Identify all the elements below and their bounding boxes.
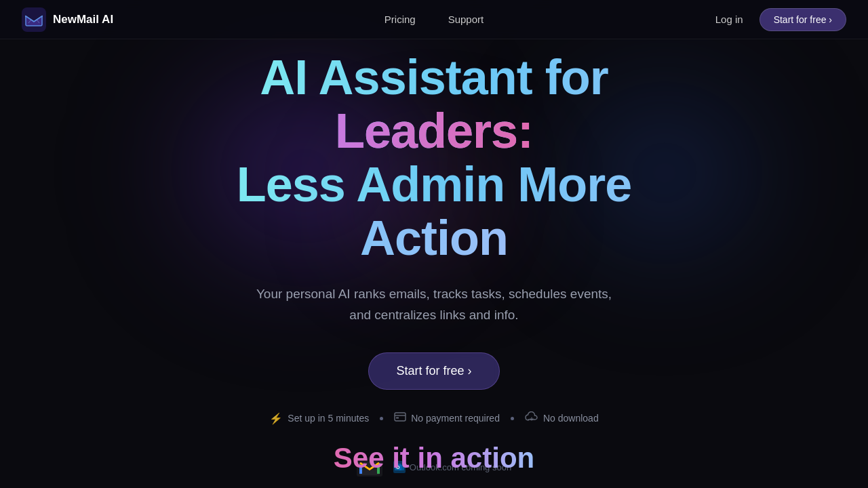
svg-rect-3 bbox=[396, 418, 399, 419]
logo-area[interactable]: NewMail AI bbox=[22, 7, 113, 32]
badge-dot-1 bbox=[380, 417, 383, 420]
nav-start-free-button[interactable]: Start for free › bbox=[760, 8, 846, 31]
brand-name: NewMail AI bbox=[53, 13, 113, 26]
hero-title-line1: AI Assistant for Leaders: bbox=[260, 50, 608, 158]
hero-subtitle: Your personal AI ranks emails, tracks ta… bbox=[244, 284, 624, 325]
nav-links: Pricing Support bbox=[384, 14, 484, 25]
badge-download-text: No download bbox=[543, 413, 599, 424]
nav-support[interactable]: Support bbox=[448, 14, 484, 25]
nav-actions: Log in Start for free › bbox=[715, 8, 846, 31]
see-in-action: See it in action bbox=[334, 442, 534, 474]
navbar: NewMail AI Pricing Support Log in Start … bbox=[0, 0, 868, 39]
badge-setup: ⚡ Set up in 5 minutes bbox=[269, 412, 369, 425]
badge-setup-text: Set up in 5 minutes bbox=[288, 413, 369, 424]
hero-section: AI Assistant for Leaders: Less Admin Mor… bbox=[0, 0, 868, 488]
hero-title: AI Assistant for Leaders: Less Admin Mor… bbox=[163, 51, 705, 266]
card-icon bbox=[394, 412, 406, 424]
svg-rect-1 bbox=[395, 413, 406, 421]
badge-payment: No payment required bbox=[394, 412, 500, 424]
see-in-action-text: See it in action bbox=[334, 442, 534, 474]
cloud-icon bbox=[525, 411, 538, 425]
nav-pricing[interactable]: Pricing bbox=[384, 14, 416, 25]
hero-start-free-button[interactable]: Start for free › bbox=[368, 352, 499, 390]
hero-title-leaders: Leaders: bbox=[335, 104, 533, 158]
badge-dot-2 bbox=[511, 417, 514, 420]
logo-icon bbox=[22, 7, 46, 32]
hero-badges: ⚡ Set up in 5 minutes No payment require… bbox=[269, 411, 598, 425]
login-button[interactable]: Log in bbox=[715, 14, 743, 25]
badge-download: No download bbox=[525, 411, 599, 425]
badge-payment-text: No payment required bbox=[411, 413, 500, 424]
hero-title-line2: Less Admin More Action bbox=[237, 157, 631, 265]
lightning-icon: ⚡ bbox=[269, 412, 283, 425]
